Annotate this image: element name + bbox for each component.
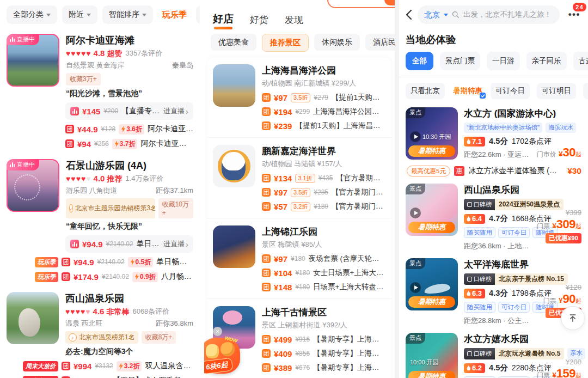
experience-card[interactable]: 景点 暑期特惠 太平洋海底世界 口碑榜 北京亲子景点榜 No.15 6.3 4.…: [399, 253, 588, 328]
price-suffix: 起: [575, 151, 581, 157]
deal-row[interactable]: 团 ¥97 3.5折 ¥285 【官方暑期门票】嘉…: [262, 187, 386, 197]
ticket-deal-row[interactable]: 最高优惠5元 惠 冰立方冰壶半道体验票 (可投… ¥30: [399, 162, 588, 179]
attraction-photo[interactable]: 直播中: [7, 159, 59, 212]
filter-bookable-today[interactable]: 可订今日: [491, 83, 530, 99]
scenic-item[interactable]: 鹏新嘉定海洋世界 动/植物园 马陆镇 ¥157/人 团 ¥134 3.1折 ¥4…: [207, 137, 391, 218]
rating-row: ♥♥♥♥♥ 4.8 超赞 3357条评价: [66, 48, 193, 58]
category-hotel[interactable]: 酒店民宿: [365, 34, 395, 51]
douyin-icon: ♪: [69, 333, 77, 342]
more-menu-button[interactable]: •••24: [565, 7, 581, 22]
filter-smart-sort[interactable]: 智能排序: [102, 5, 153, 24]
chevron-down-icon: [46, 14, 51, 16]
group-deal-row[interactable]: 团 ¥44.9 ¥128 3.6折 阿尔卡迪亚海景温泉…: [65, 124, 193, 135]
close-icon[interactable]: ×: [213, 327, 222, 336]
deal-name: 双人温泉含餐票: [145, 361, 193, 371]
deal-row[interactable]: 团 ¥97 ¥180 夜场套票 (含摩天轮等十几…: [262, 254, 386, 264]
attraction-item[interactable]: 直播中 阿尔卡迪亚海滩 ♥♥♥♥♥ 4.8 超赞 3357条评价 自然景观 黄金…: [0, 28, 200, 154]
hot-score-badge: 7.1: [464, 137, 485, 147]
scenic-item[interactable]: 上海锦江乐园 景区 梅陇镇 ¥85/人 团 ¥97 ¥180 夜场套票 (含摩天…: [207, 218, 391, 298]
search-button[interactable]: [384, 0, 395, 5]
play-icon[interactable]: [410, 282, 421, 293]
deal-old-price: ¥676: [295, 364, 310, 371]
filter-only[interactable]: 只看: [196, 5, 200, 24]
group-deal-row[interactable]: 玩乐季 团 ¥94.9 ¥2140.02 0.5折 单日畅玩票: [35, 257, 193, 267]
reputation-icon: [467, 351, 472, 356]
search-bar[interactable]: 北京 出发，北京不扎堆儿之旅！: [418, 5, 560, 24]
chevron-left-icon: [406, 9, 412, 20]
category-leisure[interactable]: 休闲娱乐: [314, 34, 360, 51]
enter-live-link[interactable]: 进直播›: [163, 239, 188, 249]
deal-row[interactable]: 团 ¥134 3.1折 ¥435 【官方暑期门票】嘉…: [262, 173, 386, 183]
tab-discover[interactable]: 发现: [285, 14, 303, 31]
ranking-badge[interactable]: ♪北京市温泉榜第1名: [65, 331, 138, 344]
experience-card[interactable]: 景点 10:00 开园 暑期特惠 水立方嬉水乐园 口碑榜 北京玩水避暑榜 No.…: [399, 328, 588, 378]
deal-row[interactable]: 团 ¥239 【提前1天购】上海海昌海洋公园…: [262, 121, 386, 131]
category-scenic[interactable]: 推荐景区: [262, 34, 309, 52]
experience-photo[interactable]: 景点 暑期特惠: [406, 258, 458, 310]
deal-price: ¥94: [77, 139, 91, 149]
experience-card[interactable]: 景点 10:30 开园 暑期特惠 水立方 (国家游泳中心) “新北京地标中的奥运…: [399, 102, 588, 162]
live-deal-row[interactable]: ¥94.9 ¥2140.02 单日畅玩票 进直播›: [65, 235, 193, 253]
review-count: 1702条点评: [512, 137, 552, 147]
price-label: 门市价: [537, 150, 556, 158]
group-deal-row[interactable]: 团 ¥94 ¥256 3.7折 阿尔卡迪亚海景温…: [65, 138, 193, 149]
scenic-photo[interactable]: [213, 64, 255, 107]
experience-photo[interactable]: 景点 10:30 开园 暑期特惠: [406, 107, 458, 160]
deal-row[interactable]: 团 ¥148 ¥180 日场票+上海大转盘成人…: [262, 282, 386, 292]
group-deal-row[interactable]: 周末大放价 团 ¥304 ¥319 【平日】成人四季餐厅午晚餐: [23, 375, 193, 378]
tab-good-goods[interactable]: 好货: [250, 14, 268, 31]
scenic-item[interactable]: 上海海昌海洋公园 动/植物园 南汇新城镇 ¥299/人 团 ¥97 3.5折 ¥…: [207, 57, 391, 137]
pill-all[interactable]: 全部: [406, 52, 433, 70]
ranking-badge[interactable]: ♪北京市主题乐园热销榜第3名: [66, 198, 155, 218]
promo-sticker[interactable]: wow 6块6起: [204, 338, 240, 374]
tab-good-shops[interactable]: 好店: [213, 12, 234, 31]
flame-icon: [466, 365, 471, 371]
price-value: 309: [556, 217, 575, 231]
scenic-photo[interactable]: [213, 225, 255, 268]
filter-beijing-only[interactable]: 只看北京: [406, 83, 445, 99]
deal-row[interactable]: 团 ¥104 ¥180 女士日场票+上海大转盘|…: [262, 268, 386, 278]
category-food[interactable]: 优惠美食: [211, 34, 256, 51]
city-selector[interactable]: 北京: [424, 10, 440, 20]
enter-live-link[interactable]: 进直播›: [163, 106, 188, 116]
play-icon[interactable]: [410, 208, 421, 218]
experience-photo[interactable]: 景点 暑期特惠: [406, 184, 458, 236]
group-deal-row[interactable]: 玩乐季 团 ¥174.9 ¥2140.02 0.9折 八月畅玩畅玩票: [35, 271, 193, 282]
hot-score-badge: 6.3: [464, 289, 485, 298]
pill-family[interactable]: 亲子同乐: [526, 52, 567, 70]
attraction-photo[interactable]: [7, 292, 59, 344]
filter-category[interactable]: 全部分类: [7, 5, 57, 24]
play-icon[interactable]: [410, 131, 421, 142]
deal-row[interactable]: 团 ¥409 ¥856 【暑期专享】上海千古情演…: [262, 349, 386, 358]
deal-row[interactable]: 团 ¥97 3.5折 ¥279 【提前1天购】上海海…: [262, 93, 386, 102]
back-to-top-button[interactable]: [561, 306, 585, 330]
filter-nearby[interactable]: 附近: [62, 5, 97, 24]
scenic-title: 上海锦江乐园: [262, 225, 386, 238]
deal-row[interactable]: 团 ¥57 3.2折 ¥180 【官方暑期门票】嘉定…: [262, 202, 386, 211]
pill-heritage[interactable]: 古迹遗址: [573, 52, 588, 70]
search-bar-partial[interactable]: [327, 0, 395, 8]
group-buy-icon: 团: [262, 188, 271, 197]
scenic-photo[interactable]: [213, 145, 255, 187]
group-buy-icon: 团: [65, 139, 74, 148]
attraction-photo[interactable]: 直播中: [7, 34, 59, 87]
filter-play-season[interactable]: 玩乐季: [158, 5, 191, 24]
pill-tickets[interactable]: 景点门票: [440, 52, 480, 70]
price-suffix: 起: [575, 297, 581, 304]
back-button[interactable]: [406, 9, 412, 20]
attraction-item[interactable]: 西山温泉乐园 ♥♥♥♥♥ 4.6 非常棒 6068条评价 温泉 西北旺 距你36…: [0, 286, 200, 378]
filter-bookable-tomorrow[interactable]: 可订明日: [537, 83, 576, 99]
attraction-item[interactable]: 直播中 石景山游乐园 (4A) ♥♥♥♥♥ 4.0 推荐 1.4万条评价 游乐园…: [0, 154, 200, 286]
header-bar: 北京 出发，北京不扎堆儿之旅！ •••24: [399, 0, 588, 28]
pill-day-tour[interactable]: 一日游: [487, 52, 520, 70]
filter-summer-sale[interactable]: 暑期特惠: [452, 83, 483, 99]
experience-photo[interactable]: 景点 10:00 开园 暑期特惠: [406, 333, 458, 378]
deal-row[interactable]: 团 ¥499 ¥916 【暑期专享】上海千古情演…: [262, 334, 386, 344]
group-deal-row[interactable]: 周末大放价 团 ¥994 ¥3132 3.2折 双人温泉含餐票: [23, 361, 193, 371]
deal-row[interactable]: 团 ¥194 ¥299 上海海昌海洋公园高峰日…: [262, 107, 386, 117]
live-deal-row[interactable]: ¥145 ¥200 【直播专享】乐岛… 进直播›: [65, 102, 193, 120]
experience-card[interactable]: 景点 暑期特惠 西山温泉乐园 口碑榜 2024亚洲50温泉景点 6.4 4.7分…: [399, 179, 588, 253]
filter-travel-date[interactable]: 出游日期: [583, 83, 588, 99]
filter-label: 全部分类: [13, 10, 44, 20]
deal-row[interactable]: 团 ¥389 ¥676 【暑期专享】上海千古情演…: [262, 363, 386, 373]
